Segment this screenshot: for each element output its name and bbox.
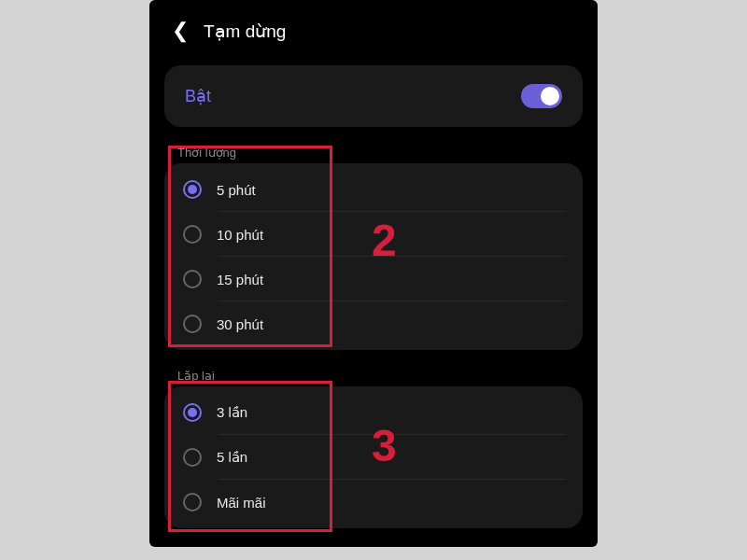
toggle-thumb: [541, 87, 559, 105]
option-label: 5 lần: [217, 449, 247, 466]
enable-toggle[interactable]: [521, 84, 562, 108]
duration-option-10min[interactable]: 10 phút: [164, 212, 583, 257]
duration-options-card: 5 phút 10 phút 15 phút 30 phút: [164, 163, 583, 350]
option-label: 10 phút: [217, 227, 263, 243]
radio-icon: [183, 448, 202, 467]
radio-icon: [183, 270, 202, 288]
option-label: 5 phút: [217, 182, 256, 198]
option-label: 15 phút: [217, 272, 263, 287]
repeat-option-forever[interactable]: Mãi mãi: [164, 480, 583, 525]
toggle-label: Bật: [185, 86, 211, 106]
header: ❮ Tạm dừng: [149, 0, 598, 58]
duration-option-30min[interactable]: 30 phút: [164, 301, 583, 346]
repeat-options-card: 3 lần 5 lần Mãi mãi: [164, 386, 583, 528]
option-label: 3 lần: [217, 404, 247, 421]
radio-icon: [183, 493, 202, 511]
option-label: Mãi mãi: [217, 495, 266, 511]
radio-icon: [183, 180, 202, 199]
duration-section-label: Thời lượng: [172, 146, 575, 160]
repeat-option-5times[interactable]: 5 lần: [164, 435, 583, 480]
back-icon[interactable]: ❮: [172, 19, 189, 43]
radio-icon: [183, 403, 202, 422]
radio-icon: [183, 315, 202, 333]
repeat-section-label: Lặp lại: [172, 369, 575, 383]
option-label: 30 phút: [217, 316, 263, 332]
radio-icon: [183, 225, 202, 244]
phone-screen: ❮ Tạm dừng Bật Thời lượng 5 phút 10 phút…: [149, 0, 598, 547]
duration-option-15min[interactable]: 15 phút: [164, 257, 583, 301]
enable-toggle-card: Bật: [164, 65, 583, 127]
duration-option-5min[interactable]: 5 phút: [164, 167, 583, 212]
repeat-option-3times[interactable]: 3 lần: [164, 390, 583, 435]
page-title: Tạm dừng: [204, 21, 286, 42]
